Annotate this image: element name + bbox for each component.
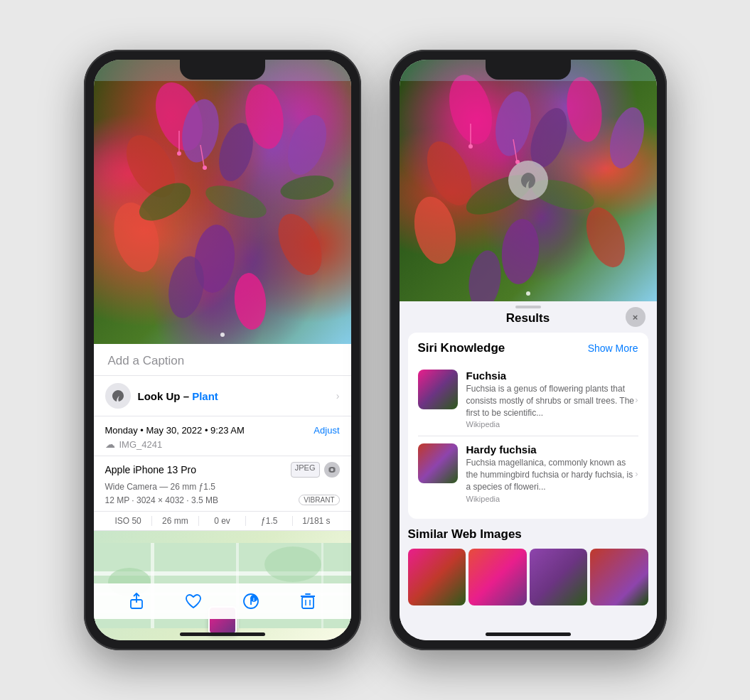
fuchsia-text: Fuchsia Fuchsia is a genus of flowering …: [466, 370, 638, 429]
device-name: Apple iPhone 13 Pro: [105, 464, 196, 475]
siri-knowledge-title: Siri Knowledge: [418, 341, 505, 355]
flower-photo-area-2: [400, 60, 657, 301]
siri-knowledge-section: Siri Knowledge Show More Fuchsia Fuchsia…: [408, 333, 648, 519]
img-name-row: ☁ IMG_4241: [105, 438, 340, 450]
volume-down-button: [84, 252, 85, 295]
svg-point-41: [491, 89, 535, 159]
svg-point-48: [579, 202, 632, 272]
svg-point-16: [177, 151, 181, 156]
phone-1: Add a Caption Look Up – Plant › Monday •…: [84, 50, 361, 650]
svg-point-49: [465, 248, 504, 301]
cloud-icon: ☁: [105, 438, 115, 450]
badge-row: JPEG: [291, 462, 340, 478]
exif-iso: ISO 50: [105, 516, 151, 526]
exif-f: ƒ1.5: [246, 516, 292, 526]
similar-image-1[interactable]: [408, 549, 466, 605]
siri-visual-search-button[interactable]: [508, 161, 548, 200]
power-button-2: [666, 206, 667, 270]
svg-point-44: [562, 75, 605, 144]
svg-point-29: [264, 546, 321, 582]
fuchsia-source: Wikipedia: [466, 420, 638, 429]
leaf-icon: [111, 389, 125, 403]
svg-point-54: [468, 144, 473, 149]
show-more-button[interactable]: Show More: [588, 343, 638, 354]
home-indicator-1: [180, 632, 265, 636]
svg-point-5: [280, 109, 333, 180]
results-panel: Results × Siri Knowledge Show More Fuchs…: [400, 301, 657, 640]
date-row: Monday • May 30, 2022 • 9:23 AM Adjust: [105, 425, 340, 436]
power-button: [360, 206, 361, 270]
mp-row: 12 MP · 3024 × 4032 · 3.5 MB VIBRANT: [105, 495, 340, 505]
svg-point-19: [330, 468, 334, 472]
siri-icon: [105, 383, 131, 409]
fuchsia-chevron-icon: ›: [635, 394, 638, 404]
mp-spec: 12 MP · 3024 × 4032 · 3.5 MB: [105, 495, 219, 505]
jpeg-badge: JPEG: [291, 462, 320, 478]
exif-shutter: 1/181 s: [293, 516, 339, 526]
svg-point-12: [201, 179, 270, 225]
hardy-fuchsia-chevron-icon: ›: [635, 468, 638, 479]
results-header: Results ×: [400, 301, 657, 333]
hardy-fuchsia-source: Wikipedia: [466, 495, 638, 503]
delete-button[interactable]: [294, 587, 322, 615]
exif-mm: 26 mm: [152, 516, 198, 526]
phone1-screen: Add a Caption Look Up – Plant › Monday •…: [94, 60, 351, 640]
home-indicator-2: [486, 632, 571, 636]
chevron-right-icon: ›: [336, 390, 340, 402]
flower-overlay: [94, 60, 351, 344]
exif-row: ISO 50 26 mm 0 ev ƒ1.5 1/181 s: [94, 512, 351, 531]
phone2-screen: Results × Siri Knowledge Show More Fuchs…: [400, 60, 657, 640]
knowledge-item-hardy-fuchsia[interactable]: Hardy fuchsia Fuchsia magellanica, commo…: [418, 436, 638, 510]
svg-point-17: [203, 166, 207, 170]
svg-point-8: [269, 207, 330, 281]
volume-down-button-2: [390, 252, 390, 295]
similar-image-4[interactable]: [590, 549, 648, 605]
share-button[interactable]: [122, 587, 151, 615]
svg-point-10: [232, 271, 268, 331]
info-button[interactable]: i i: [237, 587, 265, 615]
camera-icon: [324, 462, 340, 478]
similar-images-section: Similar Web Images: [400, 527, 657, 614]
svg-point-45: [604, 104, 650, 172]
svg-text:i: i: [253, 597, 255, 602]
svg-point-47: [499, 217, 542, 286]
notch-1: [180, 60, 265, 80]
siri-knowledge-header: Siri Knowledge Show More: [418, 341, 638, 355]
mute-button: [84, 163, 85, 186]
mute-button-2: [390, 163, 390, 186]
similar-image-2[interactable]: [468, 549, 527, 605]
drag-handle: [515, 306, 541, 308]
adjust-button[interactable]: Adjust: [314, 425, 339, 436]
camera-spec: Wide Camera — 26 mm ƒ1.5: [105, 482, 340, 492]
hardy-fuchsia-desc: Fuchsia magellanica, commonly known as t…: [466, 457, 638, 492]
results-title: Results: [506, 311, 550, 325]
caption-placeholder: Add a Caption: [108, 354, 185, 367]
volume-up-button-2: [390, 199, 390, 242]
caption-area[interactable]: Add a Caption: [94, 344, 351, 376]
hardy-fuchsia-name: Hardy fuchsia: [466, 443, 638, 456]
similar-image-3[interactable]: [530, 549, 588, 605]
svg-point-13: [278, 172, 335, 204]
page-dot: [220, 333, 225, 337]
notch-2: [486, 60, 571, 80]
vibrant-badge: VIBRANT: [299, 495, 339, 505]
fuchsia-desc: Fuchsia is a genus of flowering plants t…: [466, 383, 638, 419]
exif-ev: 0 ev: [199, 516, 245, 526]
flower-photo: [94, 60, 351, 344]
knowledge-item-fuchsia[interactable]: Fuchsia Fuchsia is a genus of flowering …: [418, 362, 638, 436]
date-text: Monday • May 30, 2022 • 9:23 AM: [105, 425, 245, 436]
similar-images-row: [408, 549, 648, 605]
img-name: IMG_4241: [119, 439, 163, 450]
similar-images-title: Similar Web Images: [408, 527, 648, 542]
results-close-button[interactable]: ×: [626, 307, 645, 327]
fuchsia-name: Fuchsia: [466, 370, 638, 382]
favorite-button[interactable]: [179, 587, 208, 615]
leaf-icon-2: [518, 171, 538, 190]
page-dot-2: [526, 291, 530, 296]
svg-rect-35: [302, 597, 314, 608]
hardy-fuchsia-text: Hardy fuchsia Fuchsia magellanica, commo…: [466, 443, 638, 502]
info-section: Monday • May 30, 2022 • 9:23 AM Adjust ☁…: [94, 416, 351, 456]
flower-photo-area[interactable]: [94, 60, 351, 344]
lookup-label: Look Up – Plant: [138, 390, 218, 402]
lookup-row[interactable]: Look Up – Plant ›: [94, 376, 351, 416]
